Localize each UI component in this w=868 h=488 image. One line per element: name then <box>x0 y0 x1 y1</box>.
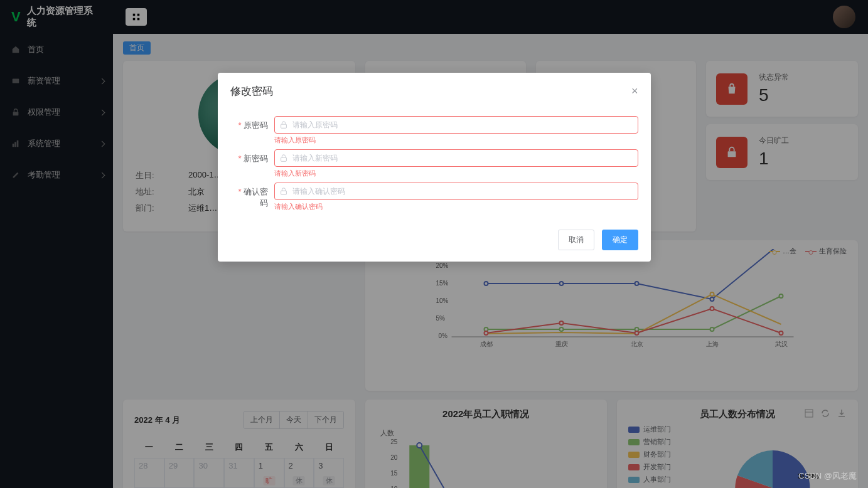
modal-title: 修改密码 <box>230 84 273 98</box>
old-password-input[interactable] <box>274 116 638 134</box>
watermark: CSDN @风老魔 <box>798 470 857 482</box>
svg-rect-52 <box>281 191 286 194</box>
change-password-modal: 修改密码 × *原密码 请输入原密码 *新密码 <box>218 73 651 262</box>
error-message: 请输入确认密码 <box>274 202 638 211</box>
svg-rect-50 <box>281 124 286 128</box>
lock-icon <box>279 187 288 196</box>
confirm-password-input[interactable] <box>274 183 638 200</box>
cancel-button[interactable]: 取消 <box>558 230 594 250</box>
svg-rect-51 <box>281 157 286 161</box>
lock-icon <box>279 154 288 162</box>
modal-close-button[interactable]: × <box>631 85 638 98</box>
error-message: 请输入新密码 <box>274 169 638 178</box>
lock-icon <box>279 120 288 129</box>
modal-mask[interactable]: 修改密码 × *原密码 请输入原密码 *新密码 <box>0 0 868 488</box>
error-message: 请输入原密码 <box>274 135 638 145</box>
confirm-button[interactable]: 确定 <box>602 230 638 250</box>
new-password-input[interactable] <box>274 149 638 167</box>
